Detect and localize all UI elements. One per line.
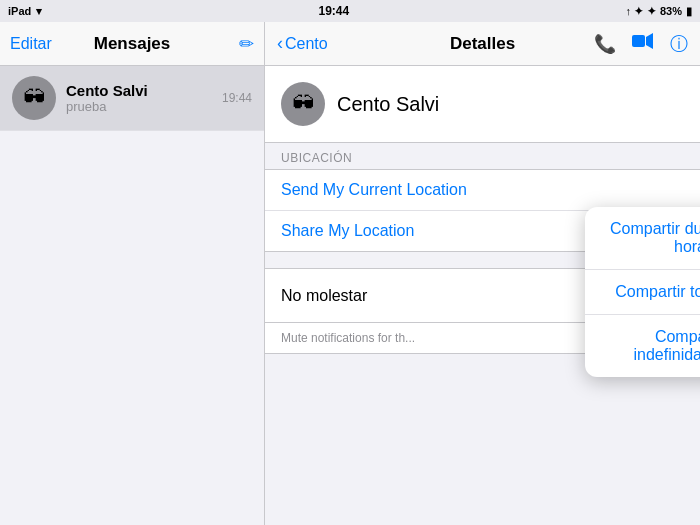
back-label: Cento	[285, 35, 328, 53]
mute-label: No molestar	[281, 287, 367, 305]
detail-contact-name: Cento Salvi	[337, 93, 439, 116]
status-bar: iPad ▾ 19:44 ↑ ✦ ✦ 83% ▮	[0, 0, 700, 22]
avatar: 🕶	[12, 76, 56, 120]
phone-button[interactable]: 📞	[594, 33, 616, 55]
video-icon	[632, 33, 654, 53]
nav-bar-left: Editar Mensajes ✏	[0, 22, 264, 66]
back-chevron-icon: ‹	[277, 33, 283, 54]
video-button[interactable]	[632, 33, 654, 54]
phone-icon: 📞	[594, 34, 616, 54]
dropdown-item-day[interactable]: Compartir todo el día	[585, 270, 700, 315]
status-right: ↑ ✦ ✦ 83% ▮	[625, 5, 692, 18]
battery-level: 83%	[660, 5, 682, 17]
message-preview: prueba	[66, 99, 212, 114]
compose-icon[interactable]: ✏	[239, 33, 254, 55]
dropdown-item-forever[interactable]: Compartir indefinidamente	[585, 315, 700, 377]
left-panel: Editar Mensajes ✏ 🕶 Cento Salvi prueba 1…	[0, 22, 265, 525]
battery-icon: ▮	[686, 5, 692, 18]
wifi-icon: ▾	[36, 5, 42, 18]
right-panel: ‹ Cento Detalles 📞 ⓘ	[265, 22, 700, 525]
status-time: 19:44	[318, 4, 349, 18]
svg-rect-0	[632, 35, 645, 47]
contact-name: Cento Salvi	[66, 82, 212, 99]
messages-title: Mensajes	[94, 34, 171, 54]
message-info: Cento Salvi prueba	[66, 82, 212, 114]
bluetooth-icon: ✦	[647, 5, 656, 18]
info-button[interactable]: ⓘ	[670, 32, 688, 56]
nav-bar-right: ‹ Cento Detalles 📞 ⓘ	[265, 22, 700, 66]
send-current-location-row[interactable]: Send My Current Location	[265, 170, 700, 211]
svg-marker-1	[646, 33, 653, 49]
info-icon: ⓘ	[670, 34, 688, 54]
nav-icons: 📞 ⓘ	[594, 32, 688, 56]
contact-header: 🕶 Cento Salvi	[265, 66, 700, 143]
main-layout: Editar Mensajes ✏ 🕶 Cento Salvi prueba 1…	[0, 22, 700, 525]
ipad-label: iPad	[8, 5, 31, 17]
location-section-header: UBICACIÓN	[265, 143, 700, 169]
dropdown-popup: Compartir durante una hora Compartir tod…	[585, 207, 700, 377]
message-item[interactable]: 🕶 Cento Salvi prueba 19:44	[0, 66, 264, 131]
signal-icon: ↑ ✦	[625, 5, 643, 18]
back-button[interactable]: ‹ Cento	[277, 33, 328, 54]
detail-avatar-emoji: 🕶	[292, 91, 314, 117]
message-time: 19:44	[222, 91, 252, 105]
detail-avatar: 🕶	[281, 82, 325, 126]
detail-title: Detalles	[450, 34, 515, 54]
edit-button[interactable]: Editar	[10, 35, 52, 53]
status-left: iPad ▾	[8, 5, 42, 18]
dropdown-item-1h[interactable]: Compartir durante una hora	[585, 207, 700, 270]
avatar-emoji: 🕶	[23, 85, 45, 111]
